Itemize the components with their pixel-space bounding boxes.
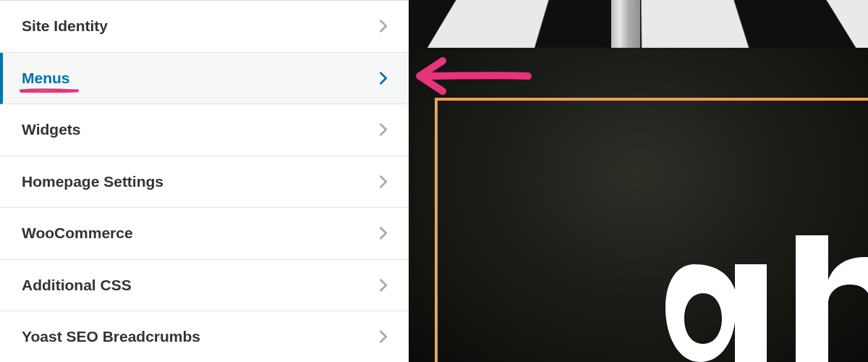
customizer-sidebar: Site Identity Menus Widgets Homepage Set… bbox=[0, 0, 409, 362]
sidebar-item-label: Site Identity bbox=[22, 17, 108, 35]
annotation-underline bbox=[20, 88, 79, 93]
sidebar-item-label: WooCommerce bbox=[22, 224, 133, 242]
annotation-arrow-icon bbox=[412, 54, 535, 98]
chevron-right-icon bbox=[375, 277, 391, 293]
sidebar-item-label: Widgets bbox=[22, 121, 80, 138]
sidebar-item-additional-css[interactable]: Additional CSS bbox=[0, 260, 409, 312]
sidebar-item-widgets[interactable]: Widgets bbox=[0, 104, 409, 156]
sidebar-item-homepage-settings[interactable]: Homepage Settings bbox=[0, 156, 409, 209]
preview-floor-image bbox=[409, 0, 868, 51]
chevron-right-icon bbox=[375, 122, 391, 138]
chevron-right-icon bbox=[375, 18, 391, 34]
sidebar-item-menus[interactable]: Menus bbox=[0, 53, 409, 105]
sidebar-item-site-identity[interactable]: Site Identity bbox=[0, 1, 409, 53]
preview-logo-glyph bbox=[651, 235, 868, 362]
sidebar-item-label: Homepage Settings bbox=[22, 173, 163, 190]
sidebar-item-label: Menus bbox=[22, 70, 70, 87]
preview-chair-reflection bbox=[611, 0, 640, 51]
sidebar-item-yoast-breadcrumbs[interactable]: Yoast SEO Breadcrumbs bbox=[0, 311, 409, 362]
sidebar-item-woocommerce[interactable]: WooCommerce bbox=[0, 208, 409, 260]
chevron-right-icon bbox=[375, 225, 391, 241]
chevron-right-icon bbox=[375, 174, 391, 190]
sidebar-item-label: Yoast SEO Breadcrumbs bbox=[22, 328, 200, 345]
sidebar-item-label: Additional CSS bbox=[22, 277, 132, 294]
chevron-right-icon bbox=[375, 329, 391, 345]
chevron-right-icon bbox=[375, 70, 391, 86]
